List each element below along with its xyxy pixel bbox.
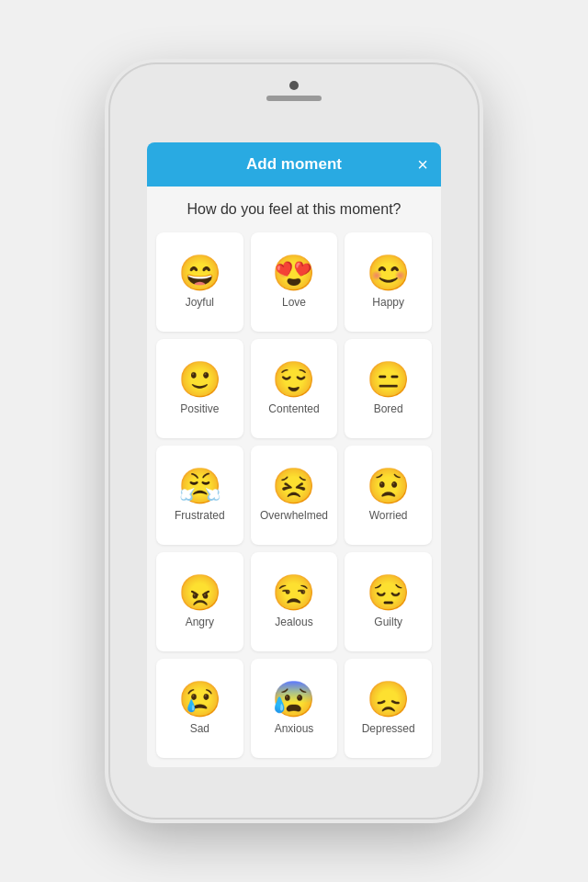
overwhelmed-emoji: 😣 (272, 469, 315, 503)
camera (289, 81, 299, 90)
love-label: Love (282, 296, 306, 309)
emotion-card-overwhelmed[interactable]: 😣Overwhelmed (251, 446, 338, 545)
contented-label: Contented (268, 402, 319, 415)
emotion-card-anxious[interactable]: 😰Anxious (251, 659, 338, 758)
emotion-card-bored[interactable]: 😑Bored (345, 339, 432, 438)
emotion-card-depressed[interactable]: 😞Depressed (345, 659, 432, 758)
angry-emoji: 😠 (178, 575, 221, 610)
emotion-card-angry[interactable]: 😠Angry (156, 552, 243, 651)
phone-screen: Add moment × How do you feel at this mom… (147, 142, 441, 767)
emotion-card-jealous[interactable]: 😒Jealous (251, 552, 338, 651)
depressed-label: Depressed (362, 722, 415, 735)
depressed-emoji: 😞 (367, 682, 410, 717)
jealous-label: Jealous (275, 616, 312, 628)
guilty-emoji: 😔 (367, 575, 410, 610)
sad-label: Sad (190, 722, 209, 735)
anxious-emoji: 😰 (272, 682, 315, 717)
phone-top-bar (266, 81, 322, 101)
emotion-card-worried[interactable]: 😟Worried (345, 446, 432, 545)
close-button[interactable]: × (417, 155, 428, 174)
contented-emoji: 😌 (272, 362, 315, 397)
emotion-card-contented[interactable]: 😌Contented (251, 339, 338, 438)
anxious-label: Anxious (275, 722, 314, 735)
joyful-emoji: 😄 (178, 255, 221, 290)
happy-emoji: 😊 (367, 255, 410, 290)
app-header: Add moment × (147, 142, 441, 187)
bored-label: Bored (374, 402, 403, 415)
sad-emoji: 😢 (178, 682, 221, 717)
emotion-card-sad[interactable]: 😢Sad (156, 659, 243, 758)
emotion-card-frustrated[interactable]: 😤Frustrated (156, 446, 243, 545)
emotion-card-positive[interactable]: 🙂Positive (156, 339, 243, 438)
speaker (266, 96, 322, 101)
overwhelmed-label: Overwhelmed (260, 509, 328, 522)
emotion-card-happy[interactable]: 😊Happy (345, 232, 432, 332)
angry-label: Angry (186, 616, 214, 628)
frustrated-emoji: 😤 (178, 469, 221, 503)
jealous-emoji: 😒 (272, 575, 315, 610)
joyful-label: Joyful (186, 296, 214, 309)
worried-emoji: 😟 (367, 469, 410, 503)
happy-label: Happy (372, 296, 404, 309)
emotion-card-love[interactable]: 😍Love (251, 232, 338, 332)
love-emoji: 😍 (272, 255, 315, 290)
header-title: Add moment (246, 155, 342, 174)
worried-label: Worried (369, 509, 408, 522)
positive-emoji: 🙂 (178, 362, 221, 397)
question-text: How do you feel at this moment? (147, 187, 441, 229)
emotion-card-guilty[interactable]: 😔Guilty (345, 552, 432, 651)
emotion-card-joyful[interactable]: 😄Joyful (156, 232, 243, 332)
phone-frame: Add moment × How do you feel at this mom… (110, 64, 478, 818)
bored-emoji: 😑 (367, 362, 410, 397)
frustrated-label: Frustrated (175, 509, 225, 522)
positive-label: Positive (180, 402, 219, 415)
emotions-grid: 😄Joyful😍Love😊Happy🙂Positive😌Contented😑Bo… (147, 229, 441, 767)
guilty-label: Guilty (374, 616, 402, 628)
